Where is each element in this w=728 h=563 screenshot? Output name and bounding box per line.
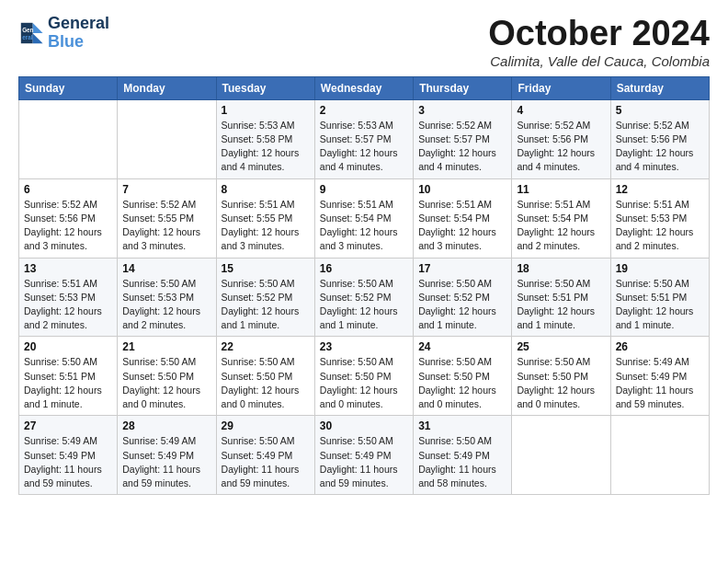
- day-info: Sunrise: 5:50 AM Sunset: 5:52 PM Dayligh…: [222, 277, 310, 333]
- page: Gen eral General Blue October 2024 Calim…: [0, 0, 728, 510]
- day-info: Sunrise: 5:50 AM Sunset: 5:49 PM Dayligh…: [418, 434, 506, 490]
- calendar-header: SundayMondayTuesdayWednesdayThursdayFrid…: [19, 76, 710, 99]
- calendar-week-row: 13Sunrise: 5:51 AM Sunset: 5:53 PM Dayli…: [19, 258, 710, 337]
- day-number: 10: [418, 183, 506, 196]
- day-number: 25: [517, 340, 605, 353]
- day-number: 18: [517, 262, 605, 275]
- calendar-cell: 29Sunrise: 5:50 AM Sunset: 5:49 PM Dayli…: [216, 416, 314, 495]
- day-info: Sunrise: 5:52 AM Sunset: 5:55 PM Dayligh…: [122, 198, 210, 254]
- calendar-cell: 23Sunrise: 5:50 AM Sunset: 5:50 PM Dayli…: [314, 337, 413, 416]
- day-number: 13: [24, 262, 112, 275]
- day-info: Sunrise: 5:50 AM Sunset: 5:53 PM Dayligh…: [122, 277, 210, 333]
- day-number: 29: [222, 419, 310, 432]
- day-number: 14: [122, 262, 210, 275]
- day-number: 30: [320, 419, 408, 432]
- day-info: Sunrise: 5:53 AM Sunset: 5:57 PM Dayligh…: [320, 119, 408, 175]
- day-number: 9: [320, 183, 408, 196]
- calendar-cell: 8Sunrise: 5:51 AM Sunset: 5:55 PM Daylig…: [216, 178, 314, 258]
- day-number: 5: [616, 104, 704, 117]
- day-number: 31: [418, 419, 506, 432]
- calendar-cell: 14Sunrise: 5:50 AM Sunset: 5:53 PM Dayli…: [118, 258, 216, 337]
- calendar-cell: 7Sunrise: 5:52 AM Sunset: 5:55 PM Daylig…: [118, 178, 216, 258]
- day-info: Sunrise: 5:49 AM Sunset: 5:49 PM Dayligh…: [616, 355, 704, 411]
- calendar-cell: 28Sunrise: 5:49 AM Sunset: 5:49 PM Dayli…: [118, 416, 216, 495]
- day-number: 23: [320, 340, 408, 353]
- day-info: Sunrise: 5:51 AM Sunset: 5:53 PM Dayligh…: [24, 277, 112, 333]
- day-info: Sunrise: 5:50 AM Sunset: 5:51 PM Dayligh…: [517, 277, 605, 333]
- calendar-cell: 6Sunrise: 5:52 AM Sunset: 5:56 PM Daylig…: [19, 178, 118, 258]
- day-number: 21: [122, 340, 210, 353]
- calendar-cell: [19, 99, 118, 178]
- day-info: Sunrise: 5:52 AM Sunset: 5:56 PM Dayligh…: [24, 198, 112, 254]
- calendar-cell: 26Sunrise: 5:49 AM Sunset: 5:49 PM Dayli…: [610, 337, 709, 416]
- day-info: Sunrise: 5:52 AM Sunset: 5:57 PM Dayligh…: [418, 119, 506, 175]
- day-info: Sunrise: 5:52 AM Sunset: 5:56 PM Dayligh…: [616, 119, 704, 175]
- day-number: 17: [418, 262, 506, 275]
- calendar-cell: 13Sunrise: 5:51 AM Sunset: 5:53 PM Dayli…: [19, 258, 118, 337]
- weekday-header: Tuesday: [216, 76, 314, 99]
- calendar-cell: 27Sunrise: 5:49 AM Sunset: 5:49 PM Dayli…: [19, 416, 118, 495]
- day-number: 2: [320, 104, 408, 117]
- weekday-header: Thursday: [414, 76, 512, 99]
- day-number: 7: [122, 183, 210, 196]
- calendar-cell: 17Sunrise: 5:50 AM Sunset: 5:52 PM Dayli…: [414, 258, 512, 337]
- calendar-cell: [118, 99, 216, 178]
- day-info: Sunrise: 5:50 AM Sunset: 5:50 PM Dayligh…: [320, 355, 408, 411]
- day-number: 11: [517, 183, 605, 196]
- day-info: Sunrise: 5:50 AM Sunset: 5:49 PM Dayligh…: [222, 434, 310, 490]
- day-number: 27: [24, 419, 112, 432]
- calendar-cell: 21Sunrise: 5:50 AM Sunset: 5:50 PM Dayli…: [118, 337, 216, 416]
- weekday-header: Friday: [512, 76, 610, 99]
- svg-text:Gen: Gen: [22, 26, 33, 32]
- logo-text: General Blue: [48, 15, 109, 52]
- weekday-header: Monday: [118, 76, 216, 99]
- svg-marker-0: [32, 23, 42, 33]
- calendar-cell: 30Sunrise: 5:50 AM Sunset: 5:49 PM Dayli…: [314, 416, 413, 495]
- calendar-cell: 31Sunrise: 5:50 AM Sunset: 5:49 PM Dayli…: [414, 416, 512, 495]
- day-info: Sunrise: 5:50 AM Sunset: 5:51 PM Dayligh…: [24, 355, 112, 411]
- day-info: Sunrise: 5:49 AM Sunset: 5:49 PM Dayligh…: [24, 434, 112, 490]
- calendar-cell: 1Sunrise: 5:53 AM Sunset: 5:58 PM Daylig…: [216, 99, 314, 178]
- calendar-week-row: 27Sunrise: 5:49 AM Sunset: 5:49 PM Dayli…: [19, 416, 710, 495]
- day-info: Sunrise: 5:50 AM Sunset: 5:51 PM Dayligh…: [616, 277, 704, 333]
- day-info: Sunrise: 5:50 AM Sunset: 5:50 PM Dayligh…: [418, 355, 506, 411]
- day-number: 28: [122, 419, 210, 432]
- calendar-cell: 2Sunrise: 5:53 AM Sunset: 5:57 PM Daylig…: [314, 99, 413, 178]
- day-info: Sunrise: 5:50 AM Sunset: 5:49 PM Dayligh…: [320, 434, 408, 490]
- day-info: Sunrise: 5:52 AM Sunset: 5:56 PM Dayligh…: [517, 119, 605, 175]
- calendar-cell: 5Sunrise: 5:52 AM Sunset: 5:56 PM Daylig…: [610, 99, 709, 178]
- day-info: Sunrise: 5:51 AM Sunset: 5:54 PM Dayligh…: [320, 198, 408, 254]
- calendar-week-row: 1Sunrise: 5:53 AM Sunset: 5:58 PM Daylig…: [19, 99, 710, 178]
- calendar-cell: 11Sunrise: 5:51 AM Sunset: 5:54 PM Dayli…: [512, 178, 610, 258]
- svg-marker-1: [32, 33, 42, 43]
- day-number: 24: [418, 340, 506, 353]
- day-info: Sunrise: 5:50 AM Sunset: 5:50 PM Dayligh…: [122, 355, 210, 411]
- calendar-table: SundayMondayTuesdayWednesdayThursdayFrid…: [18, 76, 710, 495]
- title-block: October 2024 Calimita, Valle del Cauca, …: [488, 15, 710, 69]
- calendar-cell: [512, 416, 610, 495]
- weekday-header: Wednesday: [314, 76, 413, 99]
- weekday-header-row: SundayMondayTuesdayWednesdayThursdayFrid…: [19, 76, 710, 99]
- day-info: Sunrise: 5:50 AM Sunset: 5:50 PM Dayligh…: [222, 355, 310, 411]
- day-info: Sunrise: 5:49 AM Sunset: 5:49 PM Dayligh…: [122, 434, 210, 490]
- calendar-cell: 12Sunrise: 5:51 AM Sunset: 5:53 PM Dayli…: [610, 178, 709, 258]
- calendar-cell: 3Sunrise: 5:52 AM Sunset: 5:57 PM Daylig…: [414, 99, 512, 178]
- day-number: 19: [616, 262, 704, 275]
- month-title: October 2024: [488, 15, 710, 53]
- day-info: Sunrise: 5:50 AM Sunset: 5:50 PM Dayligh…: [517, 355, 605, 411]
- day-number: 16: [320, 262, 408, 275]
- calendar-cell: 9Sunrise: 5:51 AM Sunset: 5:54 PM Daylig…: [314, 178, 413, 258]
- calendar-cell: 4Sunrise: 5:52 AM Sunset: 5:56 PM Daylig…: [512, 99, 610, 178]
- weekday-header: Saturday: [610, 76, 709, 99]
- calendar-week-row: 20Sunrise: 5:50 AM Sunset: 5:51 PM Dayli…: [19, 337, 710, 416]
- day-number: 26: [616, 340, 704, 353]
- calendar-week-row: 6Sunrise: 5:52 AM Sunset: 5:56 PM Daylig…: [19, 178, 710, 258]
- calendar-cell: [610, 416, 709, 495]
- calendar-body: 1Sunrise: 5:53 AM Sunset: 5:58 PM Daylig…: [19, 99, 710, 494]
- day-number: 1: [222, 104, 310, 117]
- day-info: Sunrise: 5:50 AM Sunset: 5:52 PM Dayligh…: [418, 277, 506, 333]
- page-header: Gen eral General Blue October 2024 Calim…: [18, 15, 710, 69]
- calendar-cell: 25Sunrise: 5:50 AM Sunset: 5:50 PM Dayli…: [512, 337, 610, 416]
- day-number: 20: [24, 340, 112, 353]
- calendar-cell: 16Sunrise: 5:50 AM Sunset: 5:52 PM Dayli…: [314, 258, 413, 337]
